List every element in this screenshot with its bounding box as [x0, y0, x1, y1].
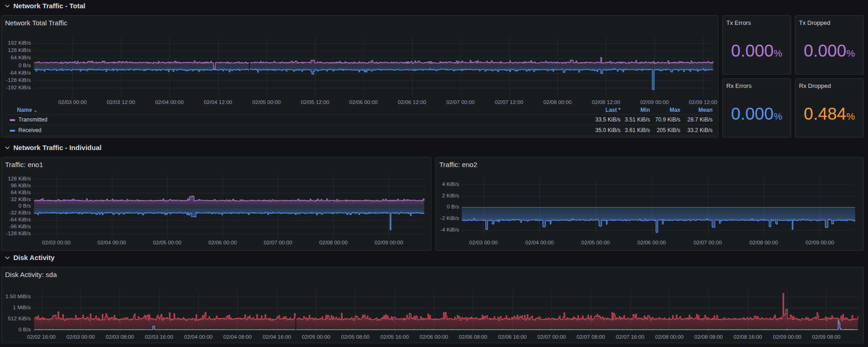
svg-text:-2 KiB/s: -2 KiB/s [440, 215, 459, 221]
svg-text:02/06 08:00: 02/06 08:00 [459, 334, 488, 340]
svg-text:02/04 12:00: 02/04 12:00 [204, 99, 232, 105]
svg-text:02/04 00:00: 02/04 00:00 [525, 239, 554, 245]
svg-text:02/07 00:00: 02/07 00:00 [537, 334, 566, 340]
svg-text:02/09 00:00: 02/09 00:00 [805, 239, 834, 245]
svg-text:02/06 00:00: 02/06 00:00 [638, 239, 666, 245]
svg-text:96 KiB/s: 96 KiB/s [11, 182, 31, 188]
svg-text:-192 KiB/s: -192 KiB/s [6, 84, 31, 90]
svg-text:02/07 08:00: 02/07 08:00 [577, 334, 605, 340]
svg-text:02/05 00:00: 02/05 00:00 [302, 334, 330, 340]
svg-text:-64 KiB/s: -64 KiB/s [9, 69, 31, 75]
svg-text:0 B/s: 0 B/s [447, 203, 459, 209]
svg-text:02/09 08:00: 02/09 08:00 [812, 334, 841, 340]
svg-text:02/06 00:00: 02/06 00:00 [208, 239, 237, 245]
svg-text:02/03 16:00: 02/03 16:00 [145, 334, 173, 340]
svg-text:02/07 12:00: 02/07 12:00 [495, 99, 523, 105]
svg-text:512 KiB/s: 512 KiB/s [8, 315, 31, 321]
svg-text:-128 KiB/s: -128 KiB/s [6, 230, 31, 236]
svg-text:02/06 00:00: 02/06 00:00 [349, 99, 378, 105]
svg-text:-64 KiB/s: -64 KiB/s [9, 216, 31, 222]
svg-text:02/07 00:00: 02/07 00:00 [694, 239, 722, 245]
svg-text:02/02 16:00: 02/02 16:00 [27, 334, 56, 340]
svg-text:02/07 00:00: 02/07 00:00 [264, 239, 292, 245]
svg-text:02/07 00:00: 02/07 00:00 [446, 99, 475, 105]
svg-text:02/05 00:00: 02/05 00:00 [581, 239, 610, 245]
svg-text:0 B/s: 0 B/s [18, 202, 31, 208]
svg-text:02/08 00:00: 02/08 00:00 [750, 239, 778, 245]
svg-text:02/08 16:00: 02/08 16:00 [734, 334, 762, 340]
svg-text:4 KiB/s: 4 KiB/s [442, 181, 459, 187]
svg-text:02/08 00:00: 02/08 00:00 [543, 99, 572, 105]
svg-text:128 KiB/s: 128 KiB/s [8, 47, 31, 53]
svg-text:192 KiB/s: 192 KiB/s [8, 40, 31, 46]
svg-text:1 MiB/s: 1 MiB/s [13, 304, 31, 310]
svg-text:02/08 12:00: 02/08 12:00 [592, 99, 621, 105]
svg-text:02/06 12:00: 02/06 12:00 [398, 99, 426, 105]
svg-text:02/06 16:00: 02/06 16:00 [498, 334, 527, 340]
svg-text:0 B/s: 0 B/s [18, 326, 31, 332]
svg-text:1.50 MiB/s: 1.50 MiB/s [6, 293, 31, 299]
svg-text:128 KiB/s: 128 KiB/s [8, 175, 31, 181]
svg-text:-128 KiB/s: -128 KiB/s [6, 77, 31, 83]
svg-text:-4 KiB/s: -4 KiB/s [440, 226, 459, 232]
svg-text:02/04 08:00: 02/04 08:00 [224, 334, 252, 340]
svg-text:02/07 16:00: 02/07 16:00 [616, 334, 644, 340]
svg-text:02/05 16:00: 02/05 16:00 [380, 334, 409, 340]
svg-text:02/04 00:00: 02/04 00:00 [184, 334, 213, 340]
svg-text:0 B/s: 0 B/s [18, 62, 31, 68]
svg-text:64 KiB/s: 64 KiB/s [11, 54, 31, 60]
svg-text:02/03 00:00: 02/03 00:00 [58, 99, 87, 105]
svg-text:02/08 00:00: 02/08 00:00 [319, 239, 348, 245]
svg-text:02/08 00:00: 02/08 00:00 [655, 334, 684, 340]
svg-text:02/05 00:00: 02/05 00:00 [153, 239, 181, 245]
svg-text:02/04 16:00: 02/04 16:00 [263, 334, 291, 340]
svg-text:02/08 08:00: 02/08 08:00 [695, 334, 723, 340]
svg-text:32 KiB/s: 32 KiB/s [11, 196, 31, 202]
svg-text:02/04 00:00: 02/04 00:00 [155, 99, 184, 105]
svg-text:02/03 12:00: 02/03 12:00 [107, 99, 135, 105]
svg-text:02/09 12:00: 02/09 12:00 [689, 99, 718, 105]
svg-text:02/06 00:00: 02/06 00:00 [420, 334, 448, 340]
svg-text:2 KiB/s: 2 KiB/s [442, 192, 459, 198]
svg-text:02/03 00:00: 02/03 00:00 [42, 239, 70, 245]
svg-text:02/03 00:00: 02/03 00:00 [66, 334, 95, 340]
svg-text:02/05 12:00: 02/05 12:00 [301, 99, 329, 105]
svg-text:02/09 00:00: 02/09 00:00 [640, 99, 669, 105]
svg-text:02/04 00:00: 02/04 00:00 [98, 239, 126, 245]
svg-text:02/09 00:00: 02/09 00:00 [374, 239, 403, 245]
svg-text:-96 KiB/s: -96 KiB/s [9, 223, 31, 229]
svg-text:02/09 00:00: 02/09 00:00 [773, 334, 801, 340]
svg-text:-32 KiB/s: -32 KiB/s [9, 209, 31, 215]
svg-text:64 KiB/s: 64 KiB/s [11, 189, 31, 195]
svg-text:02/03 00:00: 02/03 00:00 [469, 239, 498, 245]
svg-text:02/05 08:00: 02/05 08:00 [341, 334, 370, 340]
svg-text:02/05 00:00: 02/05 00:00 [252, 99, 281, 105]
svg-text:02/03 08:00: 02/03 08:00 [106, 334, 134, 340]
